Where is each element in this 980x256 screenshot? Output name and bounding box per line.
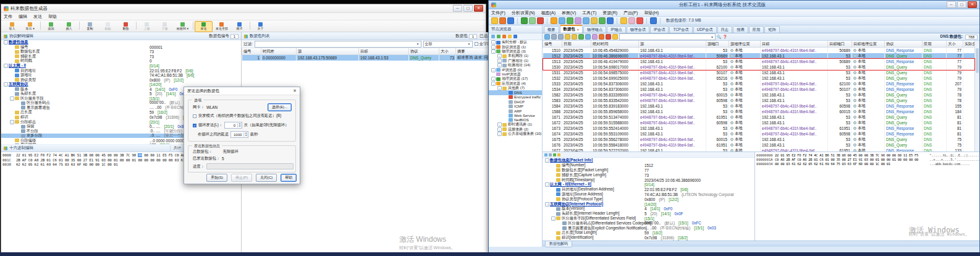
toolbar-icon[interactable] bbox=[551, 17, 557, 24]
delay-stepper[interactable]: 1000▲▼ bbox=[230, 131, 248, 138]
tree-row-Web Service[interactable]: Web Service bbox=[489, 113, 542, 117]
toolbar-icon[interactable] bbox=[650, 17, 657, 24]
column-协议[interactable]: 协议 bbox=[409, 48, 439, 55]
filter-input[interactable]: ▼ bbox=[255, 41, 421, 48]
minimize-button[interactable]: ─ bbox=[453, 5, 462, 12]
menu-发送[interactable]: 发送 bbox=[33, 14, 42, 20]
minimize-button[interactable]: ─ bbox=[947, 1, 956, 8]
menu-帮助(H)[interactable]: 帮助(H) bbox=[644, 10, 659, 16]
packet-row-1531[interactable]: 15312023/04/2510:06:54.698575000e4948797… bbox=[543, 70, 980, 75]
collapse-icon[interactable]: - bbox=[497, 63, 502, 67]
packet-row-1533[interactable]: 15332023/04/2510:06:54.837306000192.168.… bbox=[543, 81, 980, 87]
collapse-icon[interactable]: - bbox=[491, 40, 496, 45]
packet-tool-icon[interactable] bbox=[551, 34, 557, 40]
close-dialog-button[interactable]: 关闭(C) bbox=[256, 174, 277, 182]
toolbar-button-插入[interactable]: 插入 bbox=[60, 21, 78, 32]
explorer-tool-icon[interactable] bbox=[502, 35, 506, 38]
toolbar-icon[interactable] bbox=[599, 17, 606, 24]
menu-分析设置(N)[interactable]: 分析设置(N) bbox=[512, 10, 535, 16]
column-大小[interactable]: 大小 bbox=[947, 41, 963, 48]
packet-row-1588[interactable]: 15882023/04/2510:06:55.859658000192.168.… bbox=[543, 109, 980, 114]
packet-row-1673[interactable]: 16732023/04/2510:06:59.552414000192.168.… bbox=[543, 126, 980, 131]
tree-row-数据包长度[interactable]: 数据包长度73 bbox=[1, 49, 241, 54]
maximize-button[interactable]: ▢ bbox=[957, 1, 966, 8]
tab-报表[interactable]: 报表 bbox=[733, 26, 748, 33]
toolbar-icon[interactable] bbox=[507, 17, 514, 24]
column-源[interactable]: 源 bbox=[297, 48, 359, 55]
toolbar-icon[interactable] bbox=[537, 17, 544, 24]
tree-row-ARP[interactable]: ARP bbox=[489, 109, 542, 113]
toolbar-button-复制[interactable]: 复制 bbox=[81, 21, 99, 32]
collapse-icon[interactable]: - bbox=[497, 54, 502, 58]
column-编号[interactable]: 编号 bbox=[242, 48, 261, 55]
menu-文件[interactable]: 文件 bbox=[4, 14, 12, 20]
toolbar-icon[interactable] bbox=[575, 17, 581, 24]
packet-row-1584[interactable]: 15842023/04/2510:06:55.839183000192.168.… bbox=[543, 103, 980, 109]
tab-矩阵[interactable]: 矩阵 bbox=[764, 26, 780, 33]
tree-row-时间戳[interactable]: 时间戳0 bbox=[1, 59, 241, 64]
packet-tool-icon[interactable] bbox=[578, 34, 584, 40]
column-编号[interactable]: 编号 bbox=[543, 41, 562, 48]
packet-tool-icon[interactable] bbox=[558, 34, 564, 40]
tab-应用[interactable]: 应用 bbox=[749, 26, 764, 33]
tab-日志[interactable]: 日志 bbox=[717, 26, 733, 33]
decode-tool-icon[interactable] bbox=[544, 153, 547, 156]
tree-row-DHCP[interactable]: DHCP bbox=[489, 100, 542, 104]
column-大小[interactable]: 大小 bbox=[439, 48, 456, 55]
toolbar-icon[interactable] bbox=[636, 17, 643, 24]
collapse-icon[interactable]: - bbox=[491, 82, 496, 86]
menu-帮助[interactable]: 帮助 bbox=[48, 14, 57, 20]
help-button[interactable]: 帮助 bbox=[281, 174, 297, 182]
packet-tool-icon[interactable] bbox=[599, 34, 604, 40]
collapse-icon[interactable]: - bbox=[4, 40, 8, 45]
search-icon[interactable]: 🔍 bbox=[717, 35, 722, 39]
tree-row-ICMP[interactable]: ICMP bbox=[489, 104, 542, 108]
toolbar-icon[interactable] bbox=[567, 17, 573, 24]
packet-row-1534[interactable]: 15342023/04/2510:06:54.837306000192.168.… bbox=[543, 87, 980, 92]
column-应用[interactable]: 应用 bbox=[923, 41, 947, 48]
toolbar-button-导出[interactable]: 导出 ▾ bbox=[21, 21, 39, 32]
packet-tool-icon[interactable] bbox=[592, 34, 598, 40]
column-目标地理位置[interactable]: 目标地理位置 bbox=[852, 41, 885, 48]
menu-编辑[interactable]: 编辑 bbox=[19, 14, 27, 20]
column-时间差[interactable]: 时间差 bbox=[261, 48, 297, 55]
packet-row-1671[interactable]: 16712023/04/2510:06:59.513474000e4948797… bbox=[543, 114, 980, 120]
packet-filter-select[interactable]: ▼ bbox=[619, 33, 716, 40]
packet-hex-pane[interactable]: 00000000 22 01 95 E2 F8 F2 74 4C A1 B6 5… bbox=[755, 152, 979, 241]
column-协议[interactable]: 协议 bbox=[885, 41, 923, 48]
toolbar-button-删除[interactable]: 删除 bbox=[117, 21, 135, 32]
decode-tool-icon[interactable] bbox=[549, 153, 552, 156]
choose-nic-button[interactable]: 选择(E)... bbox=[268, 103, 292, 111]
toolbar-icon[interactable] bbox=[620, 17, 627, 24]
tree-row-公共基础服务类 (10)[interactable]: -公共基础服务类 (10) bbox=[489, 132, 542, 136]
chevron-down-icon[interactable]: ▼ bbox=[466, 42, 471, 46]
dialog-close-icon[interactable]: ✕ bbox=[293, 88, 297, 93]
toolbar-button-发送全部[interactable]: 发送全部 bbox=[213, 21, 230, 32]
packet-row-1675[interactable]: 16752023/04/2510:06:59.556278000e4948797… bbox=[543, 137, 980, 142]
close-button[interactable]: ✕ bbox=[474, 5, 483, 12]
toolbar-icon[interactable] bbox=[521, 17, 528, 24]
collapse-icon[interactable]: - bbox=[10, 120, 14, 124]
packet-tool-icon[interactable] bbox=[572, 34, 577, 40]
packet-tool-icon[interactable] bbox=[585, 34, 591, 40]
collapse-icon[interactable]: - bbox=[545, 158, 549, 163]
chevron-down-icon[interactable]: ▼ bbox=[709, 35, 714, 39]
toolbar-icon[interactable] bbox=[491, 17, 498, 24]
chevron-down-icon[interactable]: ▼ bbox=[415, 42, 420, 46]
menu-资源(R)[interactable]: 资源(R) bbox=[602, 10, 617, 16]
tab-物理端点[interactable]: 物理端点 bbox=[583, 26, 606, 33]
column-源端口[interactable]: 源端口 bbox=[706, 41, 729, 48]
menu-视图(A)[interactable]: 视图(A) bbox=[541, 10, 555, 16]
toolbar-button-网卡[interactable]: 网卡 bbox=[230, 21, 248, 32]
collapse-icon[interactable]: - bbox=[497, 122, 502, 127]
collapse-icon[interactable]: - bbox=[4, 64, 8, 68]
collapse-icon[interactable]: - bbox=[545, 202, 549, 207]
collapse-icon[interactable]: - bbox=[491, 49, 496, 54]
toolbar-button-关于[interactable]: 关于 bbox=[251, 21, 269, 32]
tree-row-数据包信息[interactable]: -数据包信息 bbox=[1, 40, 241, 45]
tab-数据包[interactable]: 数据包× bbox=[560, 25, 583, 33]
close-button[interactable]: ✕ bbox=[968, 1, 977, 8]
collapse-icon[interactable]: - bbox=[497, 127, 502, 132]
collapse-icon[interactable]: - bbox=[491, 77, 496, 81]
column-源[interactable]: 源 bbox=[639, 41, 706, 48]
